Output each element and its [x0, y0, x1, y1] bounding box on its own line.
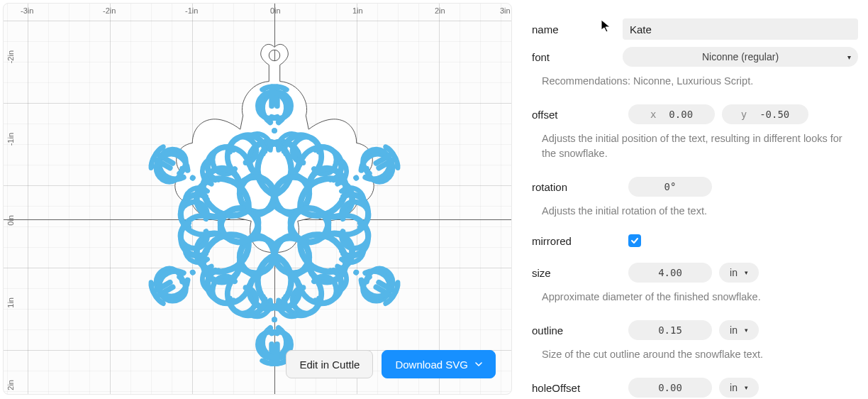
rotation-hint: Adjusts the initial rotation of the text…	[542, 204, 858, 219]
ruler-tick: -1in	[6, 133, 15, 146]
label-outline: outline	[532, 324, 623, 337]
label-name: name	[532, 23, 623, 35]
chevron-down-icon: ▾	[745, 269, 748, 276]
axis-letter-x: x	[650, 109, 656, 120]
chevron-down-icon: ▾	[745, 327, 748, 334]
offset-x-field[interactable]: x 0.00	[628, 104, 715, 124]
label-holeoffset: holeOffset	[532, 382, 623, 394]
axis-y	[274, 4, 275, 394]
ruler-tick: 0in	[6, 215, 15, 226]
ruler-tick: 2in	[435, 6, 445, 15]
row-rotation: rotation 0°	[532, 177, 858, 197]
chevron-down-icon	[475, 361, 482, 368]
ruler-tick: 1in	[6, 297, 15, 308]
outline-field[interactable]: 0.15	[628, 320, 712, 340]
label-mirrored: mirrored	[532, 235, 623, 247]
ruler-tick: -2in	[103, 6, 116, 15]
row-mirrored: mirrored	[532, 234, 858, 247]
canvas-grid	[4, 4, 511, 394]
row-outline: outline 0.15 in ▾	[532, 320, 858, 340]
ruler-tick: -3in	[21, 6, 33, 15]
button-label: Edit in Cuttle	[299, 359, 360, 371]
font-hint: Recommendations: Niconne, Luxurious Scri…	[542, 74, 858, 89]
chevron-down-icon: ▾	[745, 384, 748, 391]
holeoffset-field[interactable]: 0.00	[628, 378, 712, 398]
holeoffset-unit-value: in	[730, 382, 738, 393]
ruler-tick: 1in	[352, 6, 363, 15]
offset-hint: Adjusts the initial position of the text…	[542, 131, 858, 161]
outline-unit-select[interactable]: in ▾	[719, 320, 759, 340]
outline-value: 0.15	[658, 324, 682, 336]
offset-x-value: 0.00	[669, 109, 693, 120]
label-offset: offset	[532, 109, 623, 121]
chevron-down-icon: ▾	[847, 53, 851, 61]
canvas-actions: Edit in Cuttle Download SVG	[286, 350, 496, 378]
axis-x	[4, 219, 511, 220]
design-canvas[interactable]: -3in -2in -1in 0in 1in 2in 3in -2in -1in…	[3, 3, 512, 395]
size-field[interactable]: 4.00	[628, 263, 712, 283]
name-field[interactable]	[623, 18, 858, 40]
row-size: size 4.00 in ▾	[532, 263, 858, 283]
row-offset: offset x 0.00 y -0.50	[532, 104, 858, 124]
label-size: size	[532, 267, 623, 279]
label-font: font	[532, 51, 623, 63]
size-unit-select[interactable]: in ▾	[719, 263, 759, 283]
size-unit-value: in	[730, 267, 738, 278]
size-hint: Approximate diameter of the finished sno…	[542, 290, 858, 305]
ruler-tick: 3in	[500, 6, 511, 15]
font-select[interactable]: Niconne (regular) ▾	[623, 47, 858, 67]
holeoffset-unit-select[interactable]: in ▾	[719, 378, 759, 398]
row-font: font Niconne (regular) ▾	[532, 47, 858, 67]
rotation-field[interactable]: 0°	[628, 177, 712, 197]
row-holeoffset: holeOffset 0.00 in ▾	[532, 378, 858, 398]
font-value: Niconne (regular)	[702, 51, 779, 62]
axis-letter-y: y	[741, 109, 747, 120]
ruler-tick: 2in	[6, 380, 15, 390]
label-rotation: rotation	[532, 181, 623, 193]
outline-hint: Size of the cut outline around the snowf…	[542, 347, 858, 362]
ruler-tick: 0in	[270, 6, 281, 15]
properties-panel: name font Niconne (regular) ▾ Recommenda…	[532, 3, 858, 396]
offset-y-value: -0.50	[760, 109, 789, 120]
ruler-tick: -2in	[6, 50, 15, 63]
row-name: name	[532, 18, 858, 40]
download-svg-button[interactable]: Download SVG	[382, 350, 496, 378]
button-label: Download SVG	[395, 359, 468, 371]
size-value: 4.00	[658, 267, 682, 278]
holeoffset-value: 0.00	[658, 382, 682, 393]
mirrored-checkbox[interactable]	[628, 234, 641, 247]
ruler-tick: -1in	[185, 6, 198, 15]
edit-in-cuttle-button[interactable]: Edit in Cuttle	[286, 350, 373, 378]
offset-y-field[interactable]: y -0.50	[722, 104, 808, 124]
rotation-value: 0°	[664, 181, 677, 192]
outline-unit-value: in	[730, 324, 738, 336]
